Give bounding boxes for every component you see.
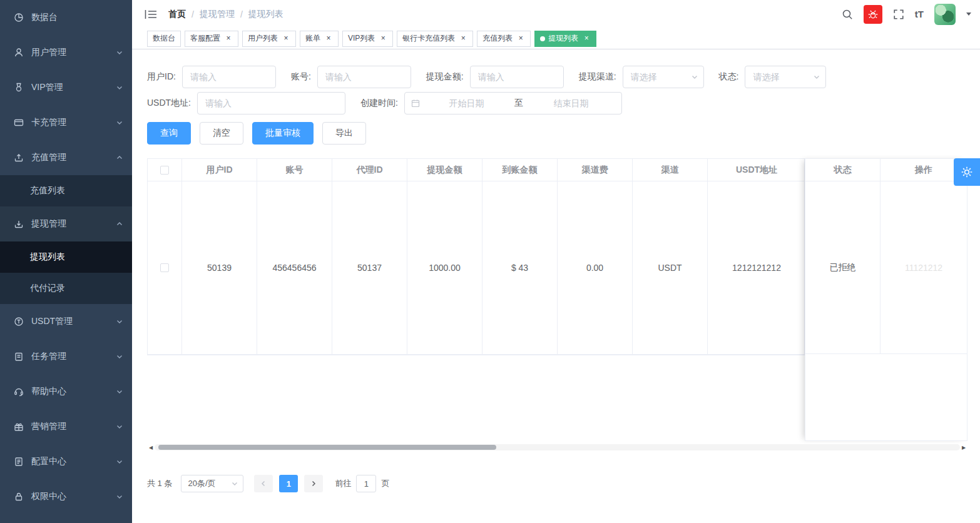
sidebar-item-config-center[interactable]: 配置中心: [0, 444, 132, 479]
sidebar-item-user-management[interactable]: 用户管理: [0, 35, 132, 70]
tab-label: 充值列表: [482, 33, 513, 44]
chevron-down-icon: [813, 73, 820, 81]
sidebar-item-label: VIP管理: [31, 82, 116, 93]
batch-audit-button[interactable]: 批量审核: [252, 122, 314, 145]
goto-label: 前往: [335, 478, 351, 489]
scroll-right-arrow-icon[interactable]: ▶: [960, 445, 967, 450]
sidebar-item-withdraw-list[interactable]: 提现列表: [0, 241, 132, 273]
tab-service-config[interactable]: 客服配置×: [185, 31, 238, 47]
sidebar-item-label: USDT管理: [31, 316, 116, 327]
row-checkbox[interactable]: [160, 263, 169, 272]
column-settings-button[interactable]: [954, 158, 980, 186]
sidebar-item-marketing-management[interactable]: 营销管理: [0, 409, 132, 444]
close-icon[interactable]: ×: [459, 34, 467, 43]
header-channel-fee: 渠道费: [558, 159, 633, 181]
usdt-icon: [14, 317, 24, 327]
close-icon[interactable]: ×: [282, 34, 290, 43]
avatar[interactable]: [934, 4, 956, 25]
select-all-checkbox[interactable]: [160, 166, 169, 175]
page-number-1[interactable]: 1: [279, 475, 298, 492]
next-page-button[interactable]: [304, 475, 323, 492]
tab-bankcard-recharge-list[interactable]: 银行卡充值列表×: [397, 31, 473, 47]
search-icon[interactable]: [842, 9, 853, 20]
content: 用户ID: 账号: 提现金额: 提现渠道: 状态:: [132, 49, 980, 523]
close-icon[interactable]: ×: [379, 34, 387, 43]
withdraw-amount-input[interactable]: [470, 66, 564, 88]
export-button[interactable]: 导出: [322, 122, 366, 145]
sidebar-item-label: 充值管理: [31, 152, 116, 163]
filter-label: 账号:: [291, 71, 311, 83]
chevron-up-icon: [116, 154, 123, 161]
pagination: 共 1 条 20条/页 1 前往 页: [147, 475, 980, 492]
fixed-table-row: 已拒绝 11121212: [805, 181, 967, 354]
date-range-picker[interactable]: 至: [404, 92, 622, 114]
filter-label: 提现渠道:: [579, 71, 616, 83]
scroll-left-arrow-icon[interactable]: ◀: [147, 445, 155, 450]
avatar-caret-down-icon[interactable]: [966, 13, 971, 16]
sidebar-item-permission-center[interactable]: 权限中心: [0, 479, 132, 514]
table-wrap: 用户ID 账号 代理ID 提现金额 到账金额 渠道费 渠道 USDT地址 501…: [147, 158, 967, 451]
filter-account: 账号:: [291, 66, 411, 88]
scrollbar-thumb[interactable]: [158, 445, 496, 450]
tab-vip-list[interactable]: VIP列表×: [342, 31, 393, 47]
close-icon[interactable]: ×: [224, 34, 233, 43]
tab-label: 提现列表: [548, 33, 578, 44]
cell-status: 已拒绝: [805, 181, 880, 353]
filter-row-1: 用户ID: 账号: 提现金额: 提现渠道: 状态:: [147, 66, 980, 88]
close-icon[interactable]: ×: [582, 34, 591, 43]
sidebar-item-dashboard[interactable]: 数据台: [0, 0, 132, 35]
sidebar-item-label: 卡充管理: [31, 117, 116, 128]
filter-label: 提现金额:: [426, 71, 464, 83]
sidebar-item-usdt-management[interactable]: USDT管理: [0, 304, 132, 339]
close-icon[interactable]: ×: [324, 34, 333, 43]
sidebar-item-recharge-list[interactable]: 充值列表: [0, 175, 132, 206]
usdt-address-input[interactable]: [197, 92, 345, 114]
header-user-id: 用户ID: [182, 159, 257, 181]
tab-label: 数据台: [153, 33, 175, 44]
chevron-down-icon: [116, 49, 123, 56]
tab-recharge-list[interactable]: 充值列表×: [477, 31, 531, 47]
start-date-input[interactable]: [422, 98, 511, 108]
breadcrumb-home[interactable]: 首页: [168, 9, 186, 20]
breadcrumb-withdraw-management[interactable]: 提现管理: [200, 9, 235, 20]
chevron-down-icon: [116, 458, 123, 465]
tab-label: 用户列表: [248, 33, 278, 44]
scrollbar-track[interactable]: [155, 444, 960, 450]
sidebar-item-recharge-management[interactable]: 充值管理: [0, 140, 132, 175]
close-icon[interactable]: ×: [516, 34, 525, 43]
hamburger-icon[interactable]: [142, 7, 160, 22]
header-status: 状态: [805, 159, 880, 181]
pagination-total: 共 1 条: [147, 478, 172, 489]
chevron-down-icon: [691, 73, 698, 81]
page-size-select[interactable]: 20条/页: [181, 475, 243, 492]
fixed-header-row: 状态 操作: [805, 159, 967, 181]
end-date-input[interactable]: [527, 98, 615, 108]
filter-withdraw-amount: 提现金额:: [426, 66, 564, 88]
sidebar-item-vip-management[interactable]: VIP管理: [0, 70, 132, 105]
fullscreen-icon[interactable]: [893, 9, 904, 20]
tab-label: 账单: [305, 33, 320, 44]
tab-dashboard[interactable]: 数据台: [147, 31, 181, 47]
sidebar-item-task-management[interactable]: 任务管理: [0, 339, 132, 374]
bug-report-button[interactable]: [864, 5, 882, 24]
page-unit-label: 页: [381, 478, 389, 489]
font-size-icon[interactable]: tT: [915, 9, 924, 19]
tab-withdraw-list[interactable]: 提现列表×: [534, 31, 596, 47]
account-input[interactable]: [317, 66, 411, 88]
sidebar: 数据台 用户管理 VIP管理 卡充管理 充值管理 充值列表: [0, 0, 132, 523]
withdraw-channel-select[interactable]: [623, 66, 704, 88]
recharge-submenu: 充值列表: [0, 175, 132, 206]
tab-user-list[interactable]: 用户列表×: [242, 31, 296, 47]
search-button[interactable]: 查询: [147, 122, 191, 145]
goto-page-input[interactable]: [356, 475, 376, 492]
sidebar-item-withdraw-management[interactable]: 提现管理: [0, 206, 132, 241]
sidebar-item-card-management[interactable]: 卡充管理: [0, 105, 132, 140]
prev-page-button[interactable]: [254, 475, 273, 492]
sidebar-item-help-center[interactable]: 帮助中心: [0, 374, 132, 409]
tab-bill[interactable]: 账单×: [300, 31, 339, 47]
clear-button[interactable]: 清空: [200, 122, 243, 145]
user-id-input[interactable]: [182, 66, 276, 88]
sidebar-item-payment-records[interactable]: 代付记录: [0, 273, 132, 304]
status-select[interactable]: [745, 66, 826, 88]
chevron-down-icon: [116, 493, 123, 500]
